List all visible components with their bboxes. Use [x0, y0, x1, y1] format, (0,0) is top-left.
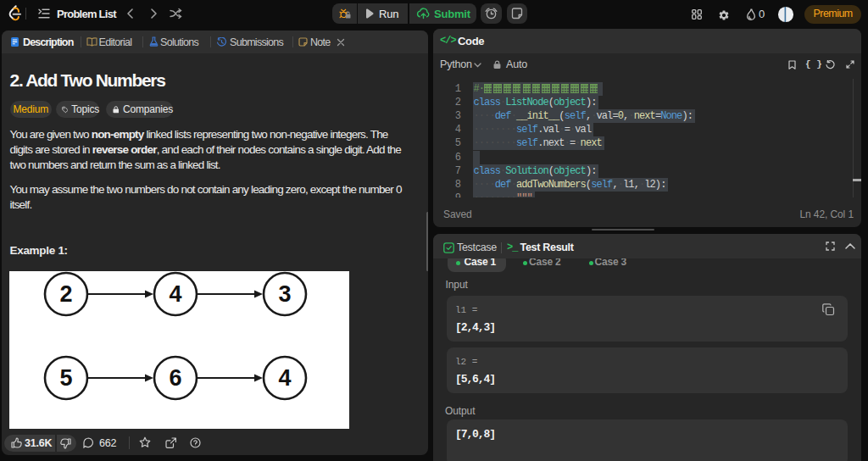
svg-text:4: 4 — [169, 281, 181, 307]
svg-text:3: 3 — [278, 281, 291, 307]
svg-text:5: 5 — [59, 365, 72, 391]
svg-text:6: 6 — [169, 365, 181, 391]
svg-text:4: 4 — [278, 365, 291, 391]
svg-text:2: 2 — [59, 281, 72, 307]
